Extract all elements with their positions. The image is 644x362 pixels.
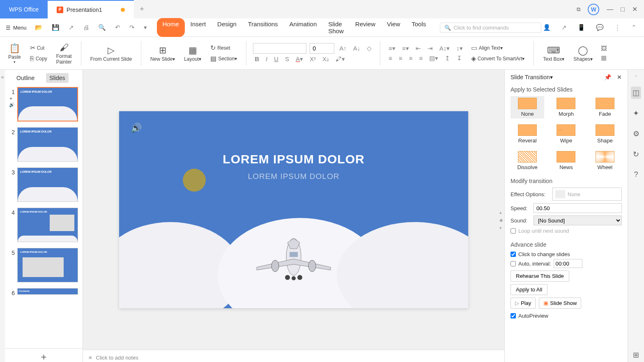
slide-thumbnail-1[interactable]: LOREM IPSUM DOLOR — [17, 87, 78, 121]
clear-formatting-icon[interactable]: ◇ — [365, 44, 373, 53]
effect-options-select[interactable]: None — [552, 188, 622, 201]
autopreview-checkbox[interactable] — [511, 313, 516, 318]
transition-dissolve[interactable]: Dissolve — [511, 149, 544, 172]
tab-slideshow[interactable]: Slide Show — [322, 18, 350, 37]
tab-design[interactable]: Design — [212, 18, 242, 37]
transition-reveal[interactable]: Reveral — [511, 123, 544, 145]
from-current-slide-button[interactable]: ▷From Current Slide — [88, 43, 134, 64]
print-icon[interactable]: 🖨 — [81, 23, 91, 32]
redo-icon[interactable]: ↷ — [128, 23, 136, 32]
slide-thumbnails[interactable]: 1 ✦🔊 LOREM IPSUM DOLOR 2LOREM IPSUM DOLO… — [5, 85, 83, 348]
close-panel-icon[interactable]: ✕ — [617, 74, 622, 80]
line-spacing-icon[interactable]: ↕▾ — [455, 44, 465, 53]
maximize-button[interactable]: □ — [621, 6, 625, 13]
wps-account-icon[interactable]: W — [588, 4, 599, 15]
section-button[interactable]: ▤Section▾ — [208, 54, 239, 64]
preview-icon[interactable]: 🔍 — [97, 23, 108, 32]
tab-tools[interactable]: Tools — [406, 18, 432, 37]
tab-insert[interactable]: Insert — [185, 18, 212, 37]
decrease-indent-icon[interactable]: ⇤ — [414, 44, 423, 53]
transition-none[interactable]: None — [511, 96, 544, 119]
tab-home[interactable]: Home — [157, 18, 185, 37]
tab-animation[interactable]: Animation — [284, 18, 323, 37]
font-color-icon[interactable]: A▾ — [294, 55, 305, 64]
text-box-button[interactable]: ⌨Text Box▾ — [540, 43, 567, 64]
numbering-icon[interactable]: ≡▾ — [400, 44, 411, 53]
speed-input[interactable] — [534, 203, 622, 213]
justify-icon[interactable]: ≡ — [418, 54, 425, 62]
tab-transitions[interactable]: Transitions — [242, 18, 284, 37]
new-slide-button[interactable]: ⊞New Slide▾ — [148, 43, 177, 64]
layout-button[interactable]: ▦Layout▾ — [182, 43, 204, 64]
slide-thumbnail-3[interactable]: LOREM IPSUM DOLOR — [17, 167, 78, 202]
convert-smartart-button[interactable]: ◈Convert To SmartArt▾ — [469, 54, 527, 64]
mobile-icon[interactable]: 📱 — [576, 23, 587, 32]
prev-slide-nav-icon[interactable]: ▴ — [499, 210, 503, 215]
columns-icon[interactable]: ▤▾ — [428, 54, 440, 63]
picture-icon[interactable]: 🖼 — [599, 44, 609, 53]
open-icon[interactable]: 📂 — [33, 23, 44, 32]
play-transition-button[interactable]: ▷Play — [511, 298, 536, 309]
all-slides-nav-icon[interactable]: ◆ — [499, 218, 503, 223]
transition-wheel[interactable]: Wheel — [588, 149, 622, 172]
collapse-sidebar-button[interactable]: « — [0, 70, 5, 362]
close-button[interactable]: ✕ — [632, 5, 637, 13]
spacing-after-icon[interactable]: ↧ — [455, 54, 464, 63]
auto-interval-input[interactable] — [554, 259, 582, 268]
user-icon[interactable]: 👤 — [541, 23, 552, 32]
superscript-icon[interactable]: X² — [308, 55, 317, 63]
undo-icon[interactable]: ↶ — [113, 23, 122, 32]
slides-tab[interactable]: Slides — [46, 73, 68, 83]
highlight-icon[interactable]: 🖍▾ — [334, 55, 347, 64]
transition-morph[interactable]: Morph — [549, 96, 583, 119]
speaker-icon[interactable]: 🔊 — [131, 123, 142, 133]
rehearse-button[interactable]: Rehearse This Slide — [511, 270, 569, 282]
align-text-button[interactable]: ▭Align Text▾ — [469, 43, 527, 53]
menu-button[interactable]: ☰ Menu — [6, 25, 27, 31]
drag-handle-icon[interactable]: ≡ — [635, 74, 637, 78]
subscript-icon[interactable]: X₂ — [321, 55, 331, 64]
history-rail-icon[interactable]: ↻ — [631, 148, 641, 160]
bullets-icon[interactable]: ≡▾ — [387, 44, 397, 53]
brand-tab[interactable]: WPS Office — [0, 0, 48, 18]
tab-review[interactable]: Review — [350, 18, 381, 37]
collapse-ribbon-icon[interactable]: ⌃ — [630, 23, 638, 32]
paste-button[interactable]: 📋Paste▾ — [6, 41, 23, 66]
pin-panel-icon[interactable]: 📌 — [604, 74, 611, 80]
format-painter-button[interactable]: 🖌Format Painter — [54, 40, 74, 66]
italic-icon[interactable]: I — [264, 55, 269, 63]
increase-indent-icon[interactable]: ⇥ — [426, 44, 435, 53]
slide-thumbnail-2[interactable]: LOREM IPSUM DOLOR — [17, 127, 78, 162]
add-tab-button[interactable]: + — [134, 0, 150, 18]
export-icon[interactable]: ↗ — [67, 23, 76, 32]
animation-rail-icon[interactable]: ✦ — [631, 107, 641, 119]
settings-rail-icon[interactable]: ⚙ — [631, 128, 641, 140]
font-size-select[interactable] — [310, 43, 334, 54]
text-direction-icon[interactable]: A↕▾ — [438, 44, 452, 53]
more-icon[interactable]: ⋮ — [613, 23, 622, 32]
share-icon[interactable]: ↗ — [560, 23, 568, 32]
notes-area[interactable]: ≡ Click to add notes — [83, 350, 504, 362]
arrange-icon[interactable]: ▦ — [599, 53, 609, 62]
apply-all-button[interactable]: Apply to All — [511, 284, 547, 295]
outline-tab[interactable]: Outline — [13, 73, 38, 83]
panel-title[interactable]: Slide Transition▾ — [511, 74, 553, 80]
qat-dropdown-icon[interactable]: ▾ — [142, 23, 149, 32]
transition-rail-icon[interactable]: ◫ — [631, 87, 641, 99]
grid-rail-icon[interactable]: ⊞ — [631, 349, 641, 361]
align-left-icon[interactable]: ≡ — [387, 54, 394, 62]
slideshow-button[interactable]: ▣Slide Show — [539, 298, 581, 309]
font-family-select[interactable] — [253, 43, 306, 54]
tab-view[interactable]: View — [381, 18, 406, 37]
align-right-icon[interactable]: ≡ — [407, 54, 414, 62]
transition-fade[interactable]: Fade — [588, 96, 622, 119]
document-tab[interactable]: P Presentation1 — [48, 0, 133, 18]
slide-canvas[interactable]: 🔊 LOREM IPSUM DOLOR LOREM IPSUM DOLOR — [119, 111, 468, 308]
transition-shape[interactable]: Shape — [588, 123, 622, 145]
slide-thumbnail-6[interactable]: Contents — [17, 288, 78, 295]
cut-button[interactable]: ✂Cut — [28, 43, 50, 53]
slide-thumbnail-4[interactable]: LOREM IPSUM DOLOR — [17, 208, 78, 242]
add-slide-button[interactable]: + — [5, 348, 83, 362]
copy-button[interactable]: ⎘Copy — [28, 54, 50, 64]
spacing-before-icon[interactable]: ↥ — [443, 54, 452, 63]
